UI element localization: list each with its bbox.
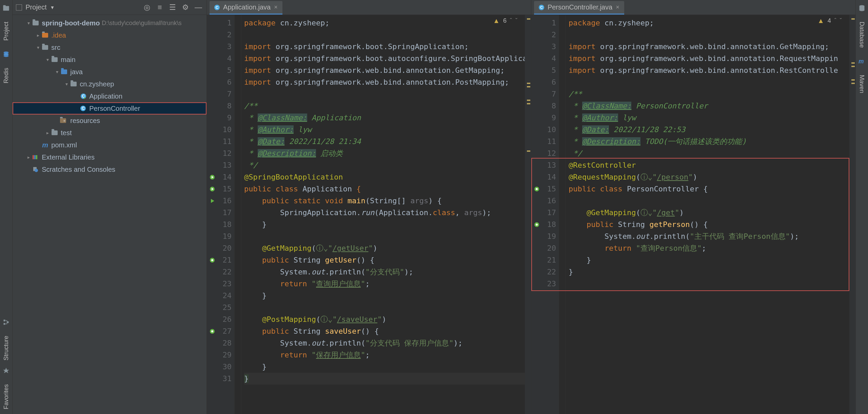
tree-item-cn-zysheep[interactable]: ▾cn.zysheep bbox=[13, 78, 206, 90]
code-line[interactable]: * @Author: lyw bbox=[569, 112, 849, 124]
favorites-icon[interactable] bbox=[3, 367, 9, 374]
fold-column-left[interactable] bbox=[235, 15, 241, 414]
fold-column-right[interactable] bbox=[559, 15, 566, 414]
code-line[interactable] bbox=[569, 29, 849, 41]
code-line[interactable]: import org.springframework.web.bind.anno… bbox=[569, 53, 849, 64]
error-stripe-left[interactable] bbox=[525, 15, 531, 414]
code-right[interactable]: ▲ 4 ˆ ˇ 12345678910111213141516171819202… bbox=[531, 15, 855, 414]
tree-item-application[interactable]: C▸Application bbox=[13, 90, 206, 102]
code-line[interactable]: public class PersonController { bbox=[569, 183, 849, 195]
error-stripe-right[interactable] bbox=[849, 15, 855, 414]
code-line[interactable]: public String getUser() { bbox=[244, 254, 525, 266]
code-line[interactable]: @GetMapping(ⓘ⌄"/get") bbox=[569, 207, 849, 219]
code-line[interactable]: @RestController bbox=[569, 159, 849, 171]
code-line[interactable] bbox=[569, 76, 849, 88]
tool-redis[interactable]: Redis bbox=[3, 68, 10, 83]
tree-item-spring-boot-demo[interactable]: ▾spring-boot-demoD:\study\code\gulimall\… bbox=[13, 17, 206, 29]
code-left[interactable]: ▲ 6 ˆ ˇ 12345678910111213141516171819202… bbox=[207, 15, 531, 414]
code-line[interactable]: System.out.println("分支代码 保存用户信息"); bbox=[244, 337, 525, 349]
project-view-icon[interactable] bbox=[16, 4, 22, 11]
code-line[interactable]: System.out.println("分支代码"); bbox=[244, 266, 525, 278]
tree-item-personcontroller[interactable]: CPersonController bbox=[13, 102, 206, 115]
tree-item-scratches-and-consoles[interactable]: Scratches and Consoles bbox=[13, 163, 206, 175]
code-line[interactable]: SpringApplication.run(Application.class,… bbox=[244, 207, 525, 219]
tool-favorites[interactable]: Favorites bbox=[3, 384, 10, 409]
tree-item-resources[interactable]: ≡resources bbox=[13, 115, 206, 127]
code-line[interactable]: } bbox=[244, 219, 525, 230]
code-line[interactable]: @PostMapping(ⓘ⌄"/saveUser") bbox=[244, 313, 525, 325]
tree-item--idea[interactable]: ▸.idea bbox=[13, 29, 206, 41]
chevron-down-icon[interactable]: ▼ bbox=[50, 5, 55, 10]
database-icon[interactable] bbox=[859, 5, 865, 12]
tree-item-external-libraries[interactable]: ▸External Libraries bbox=[13, 151, 206, 163]
code-line[interactable]: public class Application { bbox=[244, 183, 525, 195]
tree-item-pom-xml[interactable]: mpom.xml bbox=[13, 139, 206, 151]
code-line[interactable]: */ bbox=[244, 159, 525, 171]
code-line[interactable]: public static void main(String[] args) { bbox=[244, 195, 525, 207]
code-line[interactable]: import org.springframework.web.bind.anno… bbox=[244, 64, 525, 76]
tool-maven[interactable]: Maven bbox=[858, 75, 865, 93]
code-line[interactable]: public String getPerson() { bbox=[569, 219, 849, 230]
expand-all-icon[interactable]: ≡ bbox=[155, 3, 164, 12]
code-lines-right[interactable]: package cn.zysheep;import org.springfram… bbox=[566, 15, 849, 414]
code-line[interactable]: * @Description: 启动类 bbox=[244, 147, 525, 159]
code-line[interactable]: * @ClassName: PersonController bbox=[569, 100, 849, 112]
gutter-right[interactable]: 1234567891011121314151617181920212223 bbox=[531, 15, 559, 414]
code-line[interactable]: } bbox=[244, 373, 525, 385]
code-line[interactable]: import org.springframework.boot.autoconf… bbox=[244, 53, 525, 64]
tool-database[interactable]: Database bbox=[858, 22, 865, 48]
chevron-up-icon[interactable]: ˆ bbox=[510, 17, 512, 24]
code-line[interactable]: /** bbox=[244, 100, 525, 112]
gear-icon[interactable]: ⚙ bbox=[181, 3, 190, 12]
close-icon[interactable]: × bbox=[616, 4, 619, 11]
chevron-down-icon[interactable]: ˇ bbox=[840, 17, 842, 24]
chevron-up-icon[interactable]: ˆ bbox=[834, 17, 836, 24]
tree-item-java[interactable]: ▾java bbox=[13, 66, 206, 78]
code-line[interactable]: import org.springframework.boot.SpringAp… bbox=[244, 41, 525, 53]
close-icon[interactable]: × bbox=[274, 4, 278, 11]
code-line[interactable] bbox=[244, 29, 525, 41]
inspection-header-right[interactable]: ▲ 4 ˆ ˇ bbox=[817, 17, 842, 25]
redis-icon[interactable] bbox=[3, 51, 9, 58]
code-line[interactable]: @SpringBootApplication bbox=[244, 171, 525, 183]
code-line[interactable]: * @Author: lyw bbox=[244, 124, 525, 136]
collapse-all-icon[interactable]: ☰ bbox=[168, 3, 177, 12]
project-tree[interactable]: ▾spring-boot-demoD:\study\code\gulimall\… bbox=[13, 15, 206, 414]
project-icon[interactable] bbox=[3, 5, 9, 12]
tool-structure[interactable]: Structure bbox=[3, 336, 10, 360]
code-line[interactable] bbox=[569, 195, 849, 207]
code-line[interactable]: public String saveUser() { bbox=[244, 325, 525, 337]
inspection-header-left[interactable]: ▲ 6 ˆ ˇ bbox=[493, 17, 517, 25]
code-line[interactable]: System.out.println("主干代码 查询Person信息"); bbox=[569, 230, 849, 242]
code-line[interactable] bbox=[569, 278, 849, 290]
code-line[interactable]: package cn.zysheep; bbox=[244, 17, 525, 29]
code-line[interactable] bbox=[244, 88, 525, 100]
code-line[interactable]: package cn.zysheep; bbox=[569, 17, 849, 29]
code-line[interactable]: * @Description: TODO(一句话描述该类的功能) bbox=[569, 136, 849, 147]
code-line[interactable]: return "保存用户信息"; bbox=[244, 349, 525, 361]
code-line[interactable]: } bbox=[569, 254, 849, 266]
hide-icon[interactable]: — bbox=[194, 3, 203, 12]
code-line[interactable]: import org.springframework.web.bind.anno… bbox=[244, 76, 525, 88]
code-line[interactable]: * @Date: 2022/11/28 22:53 bbox=[569, 124, 849, 136]
tree-item-src[interactable]: ▾src bbox=[13, 41, 206, 54]
code-line[interactable]: } bbox=[244, 361, 525, 373]
tab-personcontroller[interactable]: C PersonController.java × bbox=[534, 1, 624, 15]
chevron-down-icon[interactable]: ˇ bbox=[515, 17, 517, 24]
tool-project[interactable]: Project bbox=[3, 22, 10, 41]
code-line[interactable]: /** bbox=[569, 88, 849, 100]
code-line[interactable] bbox=[244, 230, 525, 242]
code-line[interactable]: * @ClassName: Application bbox=[244, 112, 525, 124]
code-line[interactable]: */ bbox=[569, 147, 849, 159]
code-line[interactable]: } bbox=[244, 290, 525, 302]
code-line[interactable]: return "查询Person信息"; bbox=[569, 242, 849, 254]
code-line[interactable]: @GetMapping(ⓘ⌄"/getUser") bbox=[244, 242, 525, 254]
code-line[interactable]: } bbox=[569, 266, 849, 278]
code-line[interactable]: @RequestMapping(ⓘ⌄"/person") bbox=[569, 171, 849, 183]
code-line[interactable]: return "查询用户信息"; bbox=[244, 278, 525, 290]
code-line[interactable]: import org.springframework.web.bind.anno… bbox=[569, 64, 849, 76]
tree-item-test[interactable]: ▸test bbox=[13, 127, 206, 139]
maven-icon[interactable]: m bbox=[859, 58, 865, 65]
tab-application[interactable]: C Application.java × bbox=[210, 1, 282, 15]
structure-icon[interactable] bbox=[3, 319, 9, 326]
